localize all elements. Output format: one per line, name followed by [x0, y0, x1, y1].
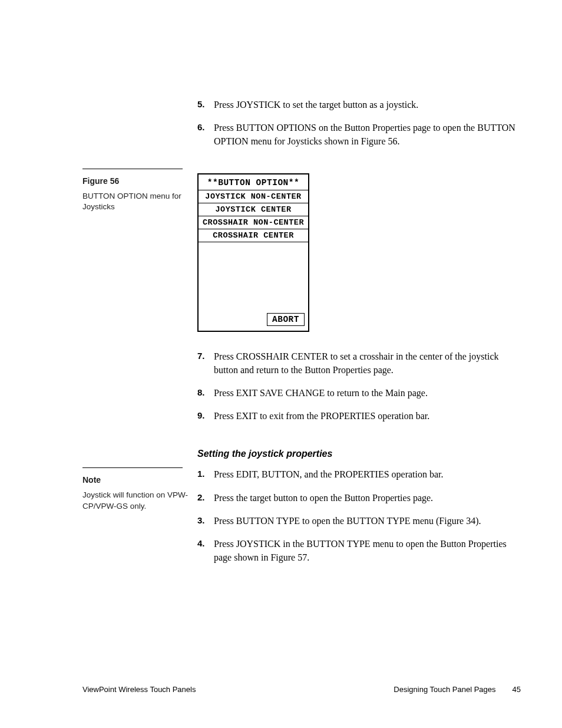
menu-item-joystick-center[interactable]: JOYSTICK CENTER	[199, 203, 308, 216]
menu-item-joystick-non-center[interactable]: JOYSTICK NON-CENTER	[199, 190, 308, 203]
step-number: 1.	[197, 467, 214, 481]
step-item: 9. Press EXIT to exit from the PROPERTIE…	[197, 409, 521, 423]
menu-spacer	[199, 242, 308, 313]
menu-item-crosshair-non-center[interactable]: CROSSHAIR NON-CENTER	[199, 216, 308, 229]
page-footer: ViewPoint Wireless Touch Panels Designin…	[82, 685, 521, 694]
menu-title: **BUTTON OPTION**	[199, 174, 308, 190]
step-item: 7. Press CROSSHAIR CENTER to set a cross…	[197, 350, 521, 377]
step-text: Press the target button to open the Butt…	[214, 491, 521, 505]
step-item: 5. Press JOYSTICK to set the target butt…	[197, 98, 521, 111]
sidebar-rule	[82, 467, 183, 468]
step-number: 6.	[197, 121, 214, 148]
step-number: 8.	[197, 386, 214, 400]
step-item: 6. Press BUTTON OPTIONS on the Button Pr…	[197, 121, 521, 148]
step-number: 5.	[197, 98, 214, 111]
step-text: Press BUTTON OPTIONS on the Button Prope…	[214, 121, 521, 148]
button-option-menu: **BUTTON OPTION** JOYSTICK NON-CENTER JO…	[197, 173, 309, 332]
step-number: 7.	[197, 350, 214, 377]
note-label: Note	[82, 474, 191, 486]
step-text: Press EXIT SAVE CHANGE to return to the …	[214, 386, 521, 400]
abort-button[interactable]: ABORT	[267, 313, 305, 326]
step-item: 2. Press the target button to open the B…	[197, 491, 521, 505]
sidebar-rule	[82, 169, 183, 169]
step-number: 3.	[197, 514, 214, 528]
step-text: Press CROSSHAIR CENTER to set a crosshai…	[214, 350, 521, 377]
step-item: 8. Press EXIT SAVE CHANGE to return to t…	[197, 386, 521, 400]
step-text: Press JOYSTICK in the BUTTON TYPE menu t…	[214, 537, 521, 564]
step-text: Press EDIT, BUTTON, and the PROPERTIES o…	[214, 467, 521, 481]
step-item: 1. Press EDIT, BUTTON, and the PROPERTIE…	[197, 467, 521, 481]
section-heading: Setting the joystick properties	[197, 449, 521, 459]
step-text: Press JOYSTICK to set the target button …	[214, 98, 521, 111]
step-text: Press BUTTON TYPE to open the BUTTON TYP…	[214, 514, 521, 528]
step-number: 4.	[197, 537, 214, 564]
page-number: 45	[513, 685, 521, 694]
step-number: 2.	[197, 491, 214, 505]
figure-label: Figure 56	[82, 175, 191, 187]
footer-left: ViewPoint Wireless Touch Panels	[82, 685, 196, 694]
step-item: 4. Press JOYSTICK in the BUTTON TYPE men…	[197, 537, 521, 564]
step-text: Press EXIT to exit from the PROPERTIES o…	[214, 409, 521, 423]
figure-caption: BUTTON OPTION menu for Joysticks	[82, 191, 191, 213]
note-text: Joystick will function on VPW-CP/VPW-GS …	[82, 490, 191, 512]
step-item: 3. Press BUTTON TYPE to open the BUTTON …	[197, 514, 521, 528]
step-number: 9.	[197, 409, 214, 423]
footer-section: Designing Touch Panel Pages	[394, 685, 495, 694]
menu-item-crosshair-center[interactable]: CROSSHAIR CENTER	[199, 229, 308, 242]
